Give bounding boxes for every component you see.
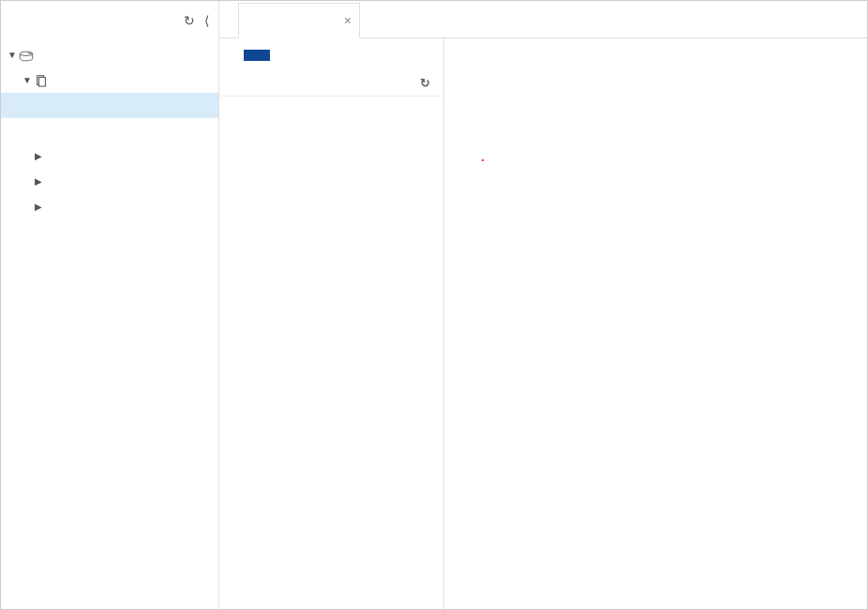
json-editor[interactable]	[444, 38, 867, 609]
svg-point-1	[28, 52, 32, 53]
load-more-link[interactable]	[219, 97, 443, 153]
highlight-box	[482, 159, 484, 161]
caret-down-icon: ▼	[7, 50, 18, 60]
tree-node-database[interactable]: ▼	[1, 42, 218, 67]
tab-items[interactable]: ×	[238, 3, 360, 38]
sidebar-header: ↻ ⟨	[1, 1, 218, 38]
code-area[interactable]	[482, 112, 867, 609]
caret-right-icon: ▶	[33, 151, 44, 161]
items-panel: ↻	[219, 38, 444, 609]
svg-rect-3	[38, 78, 45, 87]
tree-node-scale-settings[interactable]	[1, 118, 218, 143]
caret-right-icon: ▶	[33, 176, 44, 186]
caret-down-icon: ▼	[22, 75, 33, 85]
database-icon	[18, 48, 35, 62]
tree-node-stored-procedures[interactable]: ▶	[1, 143, 218, 169]
sidebar: ↻ ⟨ ▼ ▼	[1, 1, 219, 609]
tree-node-collection[interactable]: ▼	[1, 67, 218, 93]
tree-node-triggers[interactable]: ▶	[1, 194, 218, 219]
refresh-icon[interactable]: ↻	[184, 13, 195, 28]
line-gutter	[444, 112, 482, 609]
edit-filter-button[interactable]	[244, 50, 270, 61]
content: ↻	[219, 38, 867, 609]
resource-tree: ▼ ▼ ▶	[1, 38, 218, 219]
tree-node-udfs[interactable]: ▶	[1, 169, 218, 194]
tree-node-items[interactable]	[1, 93, 218, 118]
app-root: ↻ ⟨ ▼ ▼	[1, 1, 867, 609]
main: × ↻	[219, 1, 867, 609]
items-table: ↻	[219, 70, 443, 97]
refresh-icon[interactable]: ↻	[412, 76, 430, 90]
filter-row	[219, 50, 443, 70]
sidebar-header-icons: ↻ ⟨	[184, 13, 209, 28]
caret-right-icon: ▶	[33, 201, 44, 212]
collection-icon	[33, 73, 50, 88]
collapse-icon[interactable]: ⟨	[204, 13, 209, 28]
close-icon[interactable]: ×	[344, 13, 352, 28]
tabbar: ×	[219, 1, 867, 38]
items-table-header: ↻	[219, 70, 443, 97]
